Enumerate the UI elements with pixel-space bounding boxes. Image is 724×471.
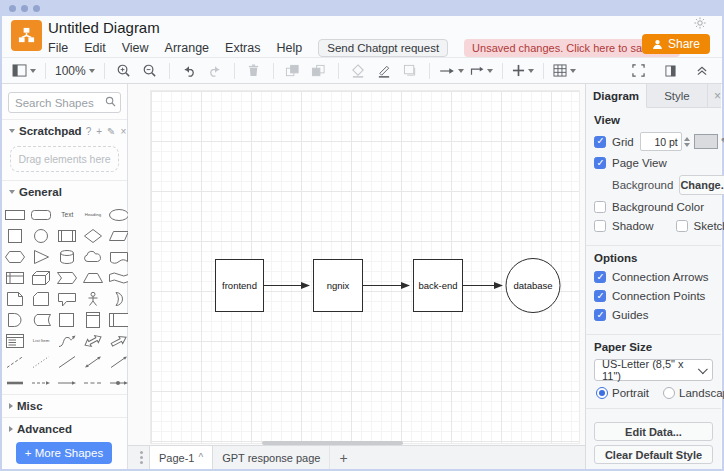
page-tab-1[interactable]: Page-1 ^ [149,446,213,469]
window-dot-icon[interactable] [21,5,28,12]
shape-and[interactable] [4,311,26,328]
shape-textbox[interactable]: Heading [78,206,108,223]
sketch-checkbox[interactable] [676,220,688,232]
shape-text[interactable]: Text [56,206,78,223]
connection-style-dropdown[interactable] [437,60,466,82]
menu-arrange[interactable]: Arrange [165,41,209,55]
pages-drag-handle-icon[interactable] [140,456,143,459]
shape-square[interactable] [4,227,26,244]
document-title[interactable]: Untitled Diagram [48,19,160,36]
shape-trapezoid[interactable] [78,269,108,286]
shape-cloud[interactable] [78,248,108,265]
connection-points-checkbox[interactable] [594,290,606,302]
grid-size-input[interactable] [640,132,682,151]
shape-dashed-connection[interactable] [78,374,108,391]
fullscreen-icon[interactable] [626,60,650,82]
scratchpad-close-icon[interactable]: × [120,126,126,137]
shape-bidirectional-connection[interactable] [78,353,108,370]
to-back-icon[interactable] [307,60,331,82]
shape-process[interactable] [56,227,78,244]
shape-internal-storage[interactable] [4,269,26,286]
shape-actor[interactable] [78,290,108,307]
menu-extras[interactable]: Extras [225,41,260,55]
portrait-radio[interactable] [596,387,608,399]
shape-step[interactable] [56,269,78,286]
page-menu-caret-icon[interactable]: ^ [198,452,203,463]
menu-file[interactable]: File [48,41,68,55]
section-advanced[interactable]: Advanced [2,417,127,440]
shape-or[interactable] [108,290,130,307]
shape-card[interactable] [26,290,56,307]
clear-default-style-button[interactable]: Clear Default Style [594,445,713,464]
menu-view[interactable]: View [122,41,149,55]
send-chatgpt-request-button[interactable]: Send Chatgpt request [318,39,448,57]
diagram-node-backend[interactable]: back-end [414,260,463,312]
guides-checkbox[interactable] [594,309,606,321]
shape-horizontal-container[interactable] [108,311,130,328]
landscape-radio[interactable] [663,387,675,399]
section-general[interactable]: General [2,180,127,203]
to-front-icon[interactable] [281,60,305,82]
menu-help[interactable]: Help [277,41,303,55]
shape-document[interactable] [108,248,130,265]
scratchpad-header[interactable]: Scratchpad ? + ✎ × [2,119,127,142]
scratchpad-help-icon[interactable]: ? [86,126,92,137]
edit-data-button[interactable]: Edit Data... [594,422,713,441]
close-panel-icon[interactable]: × [708,84,724,107]
shape-ellipse[interactable] [108,206,130,223]
shape-dotted-line[interactable] [26,353,56,370]
change-background-button[interactable]: Change... [679,175,724,195]
section-misc[interactable]: Misc [2,394,127,417]
diagram-node-database[interactable]: database [506,259,560,313]
zoom-level-dropdown[interactable]: 100% [53,60,97,82]
shape-parallelogram[interactable] [108,227,130,244]
shape-rectangle[interactable] [4,206,26,223]
window-dot-icon[interactable] [9,5,16,12]
more-shapes-button[interactable]: + More Shapes [16,442,112,464]
collapse-toolbar-icon[interactable] [690,60,714,82]
theme-toggle-icon[interactable] [694,17,706,32]
shape-cylinder[interactable] [56,248,78,265]
shape-note[interactable] [4,290,26,307]
scratchpad-dropzone[interactable]: Drag elements here [10,146,119,172]
shape-rounded-rectangle[interactable] [26,206,56,223]
shape-cube[interactable] [26,269,56,286]
shape-line[interactable] [56,353,78,370]
undo-icon[interactable] [177,60,201,82]
paper-size-select[interactable]: US-Letter (8,5" x 11") [594,359,713,381]
shape-link[interactable] [4,374,26,391]
panel-layout-icon[interactable] [658,60,682,82]
delete-icon[interactable] [242,60,266,82]
shape-triangle[interactable] [26,248,56,265]
grid-color-swatch[interactable] [694,134,718,149]
drawing-canvas[interactable]: frontend ngnix back-end database [128,84,585,445]
shape-vertical-container[interactable] [78,311,108,328]
share-button[interactable]: Share [642,34,710,54]
scratchpad-add-icon[interactable]: + [96,126,102,137]
format-panel-toggle-icon[interactable] [10,60,38,82]
shape-dashed-line[interactable] [4,353,26,370]
redo-icon[interactable] [203,60,227,82]
shape-curve[interactable] [56,332,78,349]
page-tab-2[interactable]: GPT response page [213,446,330,469]
tab-style[interactable]: Style [647,84,708,107]
tab-diagram[interactable]: Diagram [586,84,647,108]
background-color-checkbox[interactable] [594,201,606,213]
insert-dropdown[interactable] [510,60,536,82]
page-view-checkbox[interactable] [594,157,606,169]
zoom-in-icon[interactable] [112,60,136,82]
window-dot-icon[interactable] [33,5,40,12]
line-color-icon[interactable] [372,60,396,82]
shape-labeled-link[interactable] [108,374,130,391]
shape-dashed-arrow[interactable] [26,374,56,391]
shape-list[interactable] [4,332,26,349]
shape-bidirectional-arrow[interactable] [78,332,108,349]
shadow-icon[interactable] [398,60,422,82]
scratchpad-edit-icon[interactable]: ✎ [107,126,115,137]
shape-arrow[interactable] [108,332,130,349]
diagram-node-ngnix[interactable]: ngnix [314,260,363,312]
grid-size-stepper[interactable] [684,137,690,147]
menu-edit[interactable]: Edit [84,41,106,55]
diagram-node-frontend[interactable]: frontend [216,260,264,312]
shape-diamond[interactable] [78,227,108,244]
